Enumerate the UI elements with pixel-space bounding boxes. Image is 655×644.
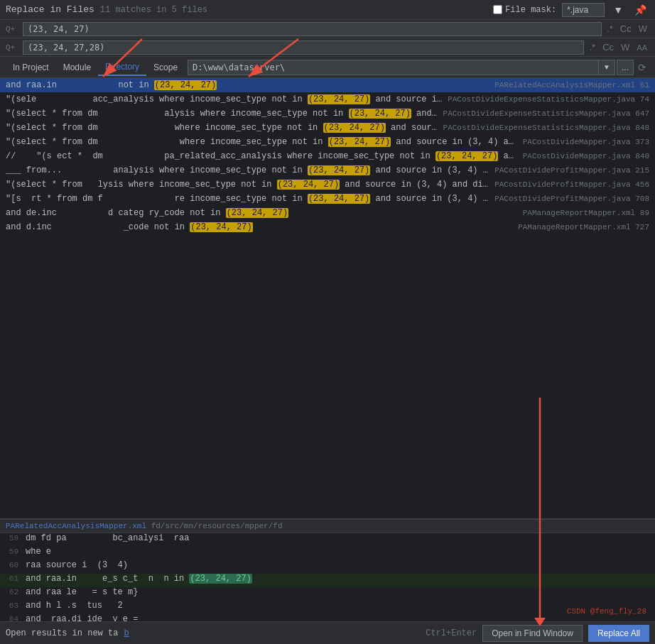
line-content: and raa.in e_s c_t n n in (23, 24, 27): [26, 574, 252, 584]
scope-ellipsis-btn[interactable]: ...: [617, 60, 634, 75]
replace-all-btn[interactable]: Replace All: [588, 625, 649, 642]
line-content: dm fd pa bc_analysi raa: [26, 533, 189, 543]
result-text: and de.inc d categ ry_code not in (23, 2…: [6, 208, 517, 218]
line-number: 58: [0, 534, 26, 542]
search-prefix-2: Q+: [6, 43, 20, 52]
line-content: raa source i (3 4): [26, 560, 128, 570]
open-tab-text: Open results in new ta: [6, 628, 118, 638]
line-content: and raa le = s te m}: [26, 587, 138, 597]
shortcut-hint: Ctrl+Enter: [426, 628, 477, 638]
case-btn-2[interactable]: Cc: [600, 41, 616, 53]
results-section: and raa.in not in (23, 24, 27)PARelatedA…: [0, 78, 655, 270]
filter-icon-btn[interactable]: ▼: [610, 4, 626, 16]
line-content: whe e: [26, 547, 51, 557]
code-line: 58dm fd pa bc_analysi raa: [0, 533, 655, 547]
result-text: // "(s ect * dm pa_related_acc_analysis …: [6, 151, 517, 161]
pin-icon-btn[interactable]: 📌: [632, 4, 649, 16]
result-file: PAManageReportMapper.xml 727: [518, 223, 649, 231]
scope-refresh-btn[interactable]: ⟳: [635, 60, 649, 75]
header-bar: Replace in Files 11 matches in 5 files F…: [0, 0, 655, 20]
result-row[interactable]: "(select * from dm alysis where income_s…: [0, 107, 655, 121]
code-line: 61and raa.in e_s c_t n n in (23, 24, 27): [0, 574, 655, 587]
code-line: 62and raa le = s te m}: [0, 587, 655, 601]
search-prefix-1: Q+: [6, 25, 20, 33]
scope-path-dropdown[interactable]: ▼: [599, 60, 615, 75]
result-file: PACostDivideProfitMapper.java 456: [494, 180, 649, 189]
tab-module[interactable]: Module: [56, 60, 98, 75]
header-title: Replace in Files: [6, 4, 94, 15]
result-file: PACostDivideProfitMapper.java 215: [494, 166, 649, 175]
result-row[interactable]: and d.inc _code not in (23, 24, 27)PAMan…: [0, 220, 655, 234]
header-matches: 11 matches in 5 files: [100, 5, 207, 15]
main-content: and raa.in not in (23, 24, 27)PARelatedA…: [0, 78, 655, 644]
line-number: 60: [0, 561, 26, 569]
result-text: "(select * from dm where income_sec_type…: [6, 137, 517, 147]
result-row[interactable]: "(select * from lysis where income_sec_t…: [0, 178, 655, 192]
result-text: and raa.in not in (23, 24, 27): [6, 80, 489, 90]
line-content: and h l .s tus 2: [26, 601, 123, 611]
result-text: "(select * from dm alysis where income_s…: [6, 109, 438, 119]
bottom-bar: Open results in new tab Ctrl+Enter Open …: [0, 621, 655, 644]
word-btn-2[interactable]: W: [619, 41, 632, 53]
aa-btn-2[interactable]: AA: [634, 41, 649, 53]
result-row[interactable]: "[s rt * from dm f re income_sec_type no…: [0, 192, 655, 206]
result-row[interactable]: // "(s ect * dm pa_related_acc_analysis …: [0, 149, 655, 163]
preview-filename: PARelatedAccAnalysisMapper.xml: [6, 522, 146, 530]
scope-path-input[interactable]: [188, 60, 599, 75]
regex-btn-1[interactable]: .*: [605, 23, 615, 35]
result-file: PACostDivideMapper.java 840: [523, 152, 649, 160]
search-row-2: Q+ .* Cc W AA: [0, 38, 655, 57]
code-line: 60raa source i (3 4): [0, 560, 655, 574]
result-text: ___ from... analysis where income_sec_ty…: [6, 165, 489, 175]
word-btn-1[interactable]: W: [637, 23, 649, 35]
result-file: PACostDivideExpenseStatisticsMapper.java…: [443, 109, 649, 118]
file-mask-input[interactable]: [562, 3, 605, 17]
tab-scope[interactable]: Scope: [146, 60, 185, 75]
line-number: 63: [0, 601, 26, 610]
result-text: "(select * from lysis where income_sec_t…: [6, 180, 489, 190]
tab-in-project[interactable]: In Project: [6, 60, 56, 75]
line-number: 59: [0, 547, 26, 556]
result-row[interactable]: "(select * from dm where income_sec_type…: [0, 121, 655, 135]
result-row[interactable]: ___ from... analysis where income_sec_ty…: [0, 163, 655, 178]
result-text: "[s rt * from dm f re income_sec_type no…: [6, 194, 489, 204]
result-row[interactable]: and raa.in not in (23, 24, 27)PARelatedA…: [0, 78, 655, 92]
search-row-1: Q+ .* Cc W: [0, 20, 655, 38]
tab-directory[interactable]: Directory: [98, 59, 146, 76]
line-number: 62: [0, 588, 26, 596]
result-file: PAManageReportMapper.xml 89: [523, 209, 649, 217]
preview-filepath: fd/src/m​​​n/resources/m​pper/fd: [151, 522, 283, 530]
result-row[interactable]: and de.inc d categ ry_code not in (23, 2…: [0, 206, 655, 220]
file-mask-checkbox[interactable]: [493, 5, 502, 14]
result-file: PACostDivideExpenseStatisticsMapper.java…: [443, 124, 649, 132]
regex-btn-2[interactable]: .*: [587, 41, 597, 53]
result-row[interactable]: "(sele acc_analysis where income_sec_typ…: [0, 92, 655, 107]
result-file: PACostDivideExpenseStatisticsMapper.java…: [448, 95, 649, 104]
open-tab-link[interactable]: b: [124, 628, 129, 638]
search-input-1[interactable]: [23, 22, 602, 36]
file-mask-checkbox-label[interactable]: File mask:: [493, 5, 556, 15]
line-number: 61: [0, 574, 26, 583]
result-row[interactable]: "(select * from dm where income_sec_type…: [0, 135, 655, 149]
result-text: "(select * from dm where income_sec_type…: [6, 123, 438, 133]
open-find-window-btn[interactable]: Open in Find Window: [482, 625, 583, 642]
result-file: PACostDivideMapper.java 373: [523, 138, 649, 146]
code-line: 63and h l .s tus 2: [0, 601, 655, 614]
code-line: 59whe e: [0, 547, 655, 560]
search-input-2[interactable]: [23, 40, 584, 55]
preview-header: PARelatedAccAnalysisMapper.xml fd/src/m​…: [0, 520, 655, 533]
result-text: and d.inc _code not in (23, 24, 27): [6, 222, 512, 232]
scope-row: In Project Module Directory Scope ▼ ... …: [0, 57, 655, 78]
result-file: PARelatedAccAnalysisMapper.xml 61: [494, 81, 649, 89]
result-file: PACostDivideProfitMapper.java 708: [494, 195, 649, 203]
result-text: "(sele acc_analysis where income_sec_typ…: [6, 94, 442, 104]
empty-section: [0, 270, 655, 518]
case-btn-1[interactable]: Cc: [618, 23, 634, 35]
